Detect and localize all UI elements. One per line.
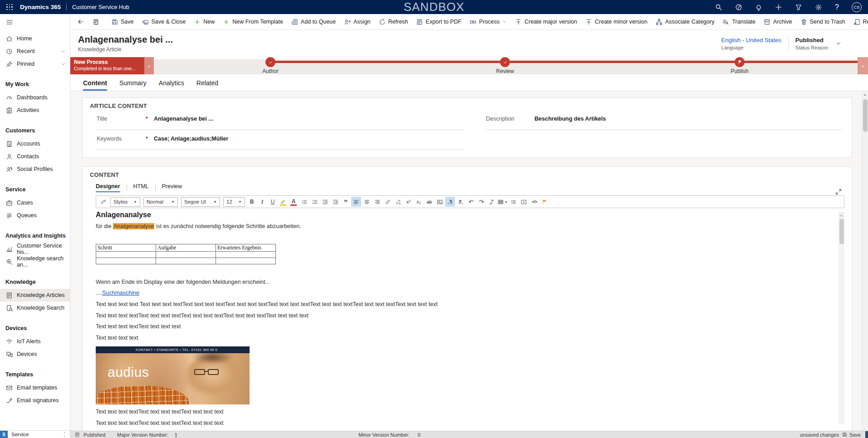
- redo-button[interactable]: ↷: [476, 197, 486, 207]
- sidebar-item-accounts[interactable]: Accounts: [0, 137, 70, 150]
- align-center-button[interactable]: [362, 197, 372, 207]
- flag-button[interactable]: [540, 197, 550, 207]
- tab-summary[interactable]: Summary: [119, 79, 147, 91]
- bpf-stage-circle[interactable]: [500, 57, 510, 67]
- settings-button[interactable]: [815, 4, 822, 11]
- bulleted-list-button[interactable]: [299, 197, 309, 207]
- bpf-stage-review[interactable]: Review: [473, 57, 537, 74]
- embed-media-button[interactable]: [519, 197, 529, 207]
- font-color-button[interactable]: A: [289, 197, 299, 207]
- sidebar-item-customer-service-historical[interactable]: Customer Service his...: [0, 243, 70, 255]
- new-from-template-button[interactable]: New From Template: [219, 15, 287, 28]
- editor-scrollbar[interactable]: ▲: [839, 212, 844, 424]
- assign-button[interactable]: Assign: [340, 15, 375, 28]
- back-button[interactable]: [73, 15, 88, 28]
- create-minor-version-button[interactable]: Create minor version: [581, 15, 652, 28]
- sidebar-item-email-signatures[interactable]: Email signatures: [0, 394, 70, 407]
- keywords-input[interactable]: Case; Anlage;audius;Müller: [154, 136, 228, 142]
- sidebar-item-email-templates[interactable]: Email templates: [0, 381, 70, 394]
- styles-dropdown[interactable]: Styles▼: [110, 197, 140, 207]
- view-source-button[interactable]: </>: [530, 197, 539, 207]
- align-right-button[interactable]: [372, 197, 382, 207]
- app-launcher-icon[interactable]: [6, 4, 13, 10]
- sidebar-item-recent[interactable]: Recent: [0, 45, 70, 58]
- page-scrollbar-thumb[interactable]: [863, 99, 868, 132]
- increase-indent-button[interactable]: [330, 197, 340, 207]
- sidebar-item-contacts[interactable]: Contacts: [0, 150, 70, 163]
- underline-button[interactable]: U: [268, 197, 278, 207]
- sidebar-item-activities[interactable]: Activities: [0, 104, 70, 117]
- save-status-button[interactable]: Save: [842, 432, 861, 438]
- export-to-pdf-button[interactable]: Export to PDF: [412, 15, 466, 28]
- tab-related[interactable]: Related: [196, 79, 218, 91]
- sidebar-item-social-profiles[interactable]: Social Profiles: [0, 163, 70, 175]
- font-dropdown[interactable]: Segoe UI▼: [181, 197, 220, 207]
- lightbulb-button[interactable]: [755, 4, 762, 11]
- page-scrollbar[interactable]: ▲: [862, 91, 868, 431]
- sidebar-item-knowledge-articles[interactable]: Knowledge Articles: [0, 289, 70, 302]
- sidebar-item-cases[interactable]: Cases: [0, 196, 70, 209]
- highlight-color-button[interactable]: [278, 197, 288, 207]
- decrease-indent-button[interactable]: [320, 197, 330, 207]
- search-button[interactable]: [715, 4, 722, 11]
- associate-category-button[interactable]: Associate Category: [652, 15, 718, 28]
- bpf-stage-circle[interactable]: [735, 57, 745, 67]
- bpf-stage-publish[interactable]: Publish: [708, 57, 771, 74]
- new-button[interactable]: New: [190, 15, 219, 28]
- sidebar-item-dashboards[interactable]: Dashboards: [0, 91, 70, 104]
- add-to-queue-button[interactable]: Add to Queue: [287, 15, 340, 28]
- sidebar-item-devices[interactable]: Devices: [0, 348, 70, 360]
- help-button[interactable]: ?: [835, 4, 839, 11]
- process-button[interactable]: Process: [466, 15, 511, 28]
- description-input[interactable]: Beschreibung des Artikels: [535, 116, 606, 122]
- form-selector-icon[interactable]: [88, 15, 103, 28]
- insert-table-button[interactable]: ▼: [497, 197, 508, 207]
- area-switcher-chevrons-icon[interactable]: ⌃⌄: [64, 432, 66, 437]
- align-left-button[interactable]: [351, 197, 361, 207]
- paragraph-rtl-button[interactable]: [456, 197, 466, 207]
- chevron-down-icon[interactable]: [61, 49, 66, 54]
- format-dropdown[interactable]: Normal▼: [143, 197, 178, 207]
- view-preview[interactable]: Preview: [162, 183, 182, 192]
- sidebar-item-queues[interactable]: Queues: [0, 209, 70, 222]
- bpf-process-box[interactable]: New Process Completed in less than one..…: [70, 57, 144, 74]
- suchmaschine-link[interactable]: Suchmaschine: [102, 290, 139, 296]
- send-to-trash-button[interactable]: Send to Trash: [796, 15, 849, 28]
- bpf-right-chevron-icon[interactable]: ›: [858, 57, 868, 74]
- chevron-down-icon[interactable]: [61, 62, 66, 67]
- language-value[interactable]: English - United States: [721, 37, 781, 44]
- sidebar-item-knowledge-search-analytics[interactable]: Knowledge search an...: [0, 255, 70, 268]
- blockquote-button[interactable]: ”: [341, 197, 351, 207]
- remove-format-button[interactable]: [487, 197, 497, 207]
- insert-image-button[interactable]: [435, 197, 445, 207]
- area-switcher[interactable]: S Service ⌃⌄: [0, 430, 70, 438]
- filter-button[interactable]: [795, 4, 802, 11]
- editor-scrollbar-thumb[interactable]: [839, 219, 844, 244]
- sidebar-item-pinned[interactable]: Pinned: [0, 58, 70, 70]
- sidebar-item-home[interactable]: Home: [0, 32, 70, 45]
- numbered-list-button[interactable]: [309, 197, 319, 207]
- hamburger-menu-icon[interactable]: [0, 14, 70, 27]
- sidebar-item-iot-alerts[interactable]: IoT Alerts: [0, 335, 70, 348]
- language-field[interactable]: English - United States Language: [721, 37, 781, 50]
- view-designer[interactable]: Designer: [96, 183, 120, 192]
- bpf-stage-circle[interactable]: [265, 57, 275, 67]
- paragraph-ltr-button[interactable]: [445, 197, 455, 207]
- compass-button[interactable]: [735, 4, 742, 11]
- bpf-stage-author[interactable]: Author: [239, 57, 302, 74]
- app-name[interactable]: Customer Service Hub: [72, 4, 129, 10]
- view-html[interactable]: HTML: [133, 183, 149, 192]
- superscript-button[interactable]: x²: [403, 197, 413, 207]
- revert-to-draft-button[interactable]: Revert to Draft: [849, 15, 868, 28]
- header-chevron-down-icon[interactable]: [835, 40, 842, 47]
- format-painter-button[interactable]: [98, 197, 108, 207]
- create-major-version-button[interactable]: Create major version: [511, 15, 581, 28]
- insert-link-button[interactable]: [383, 197, 392, 207]
- subscript-button[interactable]: x₂: [414, 197, 424, 207]
- remove-link-button[interactable]: [393, 197, 403, 207]
- page-scrollbar-up-icon[interactable]: ▲: [862, 91, 868, 98]
- bpf-left-chevron-icon[interactable]: ‹: [144, 57, 154, 74]
- tab-content[interactable]: Content: [83, 79, 107, 91]
- sidebar-item-knowledge-search[interactable]: Knowledge Search: [0, 302, 70, 314]
- bold-button[interactable]: B: [247, 197, 257, 207]
